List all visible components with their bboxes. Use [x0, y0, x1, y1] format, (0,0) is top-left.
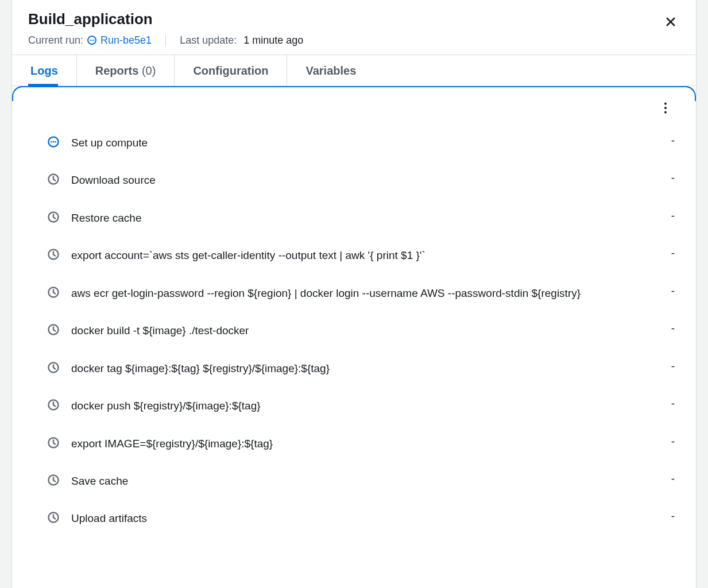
svg-point-10: [55, 141, 56, 143]
close-icon: [665, 16, 676, 28]
step-text: Set up compute: [71, 134, 660, 151]
tab-reports[interactable]: Reports (0): [95, 55, 175, 86]
step-text: Download source: [71, 172, 660, 188]
run-link-text: Run-be5e1: [100, 34, 152, 47]
pending-icon: [47, 436, 60, 449]
close-button[interactable]: [661, 13, 680, 31]
step-duration: -: [671, 322, 675, 335]
step-duration: -: [671, 397, 675, 410]
tabs: Logs Reports (0) Configuration Variables: [12, 55, 696, 86]
step-duration: -: [671, 172, 675, 184]
pending-icon: [47, 474, 60, 486]
page-title: Build_application: [28, 10, 680, 28]
tab-configuration[interactable]: Configuration: [193, 55, 287, 86]
step-row[interactable]: Save cache-: [47, 462, 675, 500]
content-wrap: Set up compute-Download source-Restore c…: [12, 86, 696, 588]
tab-variables[interactable]: Variables: [305, 55, 374, 86]
logs-card: Set up compute-Download source-Restore c…: [12, 86, 696, 588]
pending-icon: [47, 323, 60, 336]
step-text: docker tag ${image}:${tag} ${registry}/$…: [71, 360, 660, 377]
step-duration: -: [671, 473, 675, 485]
step-row[interactable]: docker push ${registry}/${image}:${tag}-: [47, 387, 675, 424]
pending-icon: [47, 286, 60, 299]
svg-point-1: [90, 40, 91, 41]
detail-panel: Build_application Current run: Run-be5e1…: [11, 0, 697, 588]
step-text: export IMAGE=${registry}/${image}:${tag}: [71, 435, 660, 452]
run-meta-row: Current run: Run-be5e1 Last update: 1 mi…: [28, 34, 680, 47]
in-progress-icon: [47, 136, 60, 148]
step-duration: -: [671, 360, 675, 373]
last-update-value: 1 minute ago: [243, 34, 303, 47]
pending-icon: [47, 361, 60, 374]
pending-icon: [47, 511, 60, 524]
step-text: docker push ${registry}/${image}:${tag}: [71, 397, 660, 414]
step-duration: -: [671, 285, 675, 297]
step-duration: -: [671, 210, 675, 222]
step-duration: -: [671, 435, 675, 448]
step-duration: -: [671, 510, 675, 523]
card-actions: [656, 99, 675, 117]
current-run-link[interactable]: Run-be5e1: [87, 34, 152, 47]
pending-icon: [47, 173, 60, 185]
tab-count: (0): [142, 64, 156, 77]
tab-label: Reports: [95, 64, 139, 77]
step-row[interactable]: Restore cache-: [47, 199, 675, 237]
svg-point-2: [91, 40, 92, 41]
svg-point-8: [51, 141, 52, 143]
step-row[interactable]: export IMAGE=${registry}/${image}:${tag}…: [47, 425, 675, 462]
step-text: aws ecr get-login-password --region ${re…: [71, 285, 660, 301]
step-text: docker build -t ${image} ./test-docker: [71, 322, 660, 339]
step-row[interactable]: docker build -t ${image} ./test-docker-: [47, 312, 675, 349]
step-row[interactable]: Download source-: [47, 161, 675, 199]
step-text: export account=`aws sts get-caller-ident…: [71, 247, 660, 264]
panel-header: Build_application Current run: Run-be5e1…: [12, 0, 696, 55]
in-progress-icon: [87, 35, 97, 45]
steps-list: Set up compute-Download source-Restore c…: [47, 124, 675, 537]
pending-icon: [47, 211, 60, 223]
svg-point-5: [664, 107, 667, 109]
svg-point-6: [664, 111, 667, 114]
current-run-label: Current run:: [28, 34, 83, 47]
meta-separator: [165, 34, 166, 47]
step-row[interactable]: Upload artifacts-: [47, 500, 675, 537]
step-row[interactable]: export account=`aws sts get-caller-ident…: [47, 237, 675, 274]
kebab-icon: [664, 102, 667, 114]
step-row[interactable]: docker tag ${image}:${tag} ${registry}/$…: [47, 350, 675, 387]
pending-icon: [47, 399, 60, 411]
step-row[interactable]: Set up compute-: [47, 124, 675, 161]
step-text: Upload artifacts: [71, 510, 660, 527]
step-duration: -: [671, 247, 675, 260]
svg-point-4: [664, 103, 667, 105]
more-actions-button[interactable]: [656, 99, 675, 117]
tab-label: Variables: [305, 64, 356, 77]
step-text: Save cache: [71, 473, 660, 489]
step-row[interactable]: aws ecr get-login-password --region ${re…: [47, 274, 675, 312]
step-text: Restore cache: [71, 210, 660, 226]
svg-point-3: [93, 40, 94, 41]
last-update-label: Last update:: [180, 34, 237, 47]
step-duration: -: [671, 134, 675, 147]
svg-point-9: [53, 141, 55, 143]
tab-label: Configuration: [193, 64, 268, 77]
tab-label: Logs: [30, 64, 58, 77]
tab-logs[interactable]: Logs: [28, 55, 77, 86]
pending-icon: [47, 248, 60, 261]
